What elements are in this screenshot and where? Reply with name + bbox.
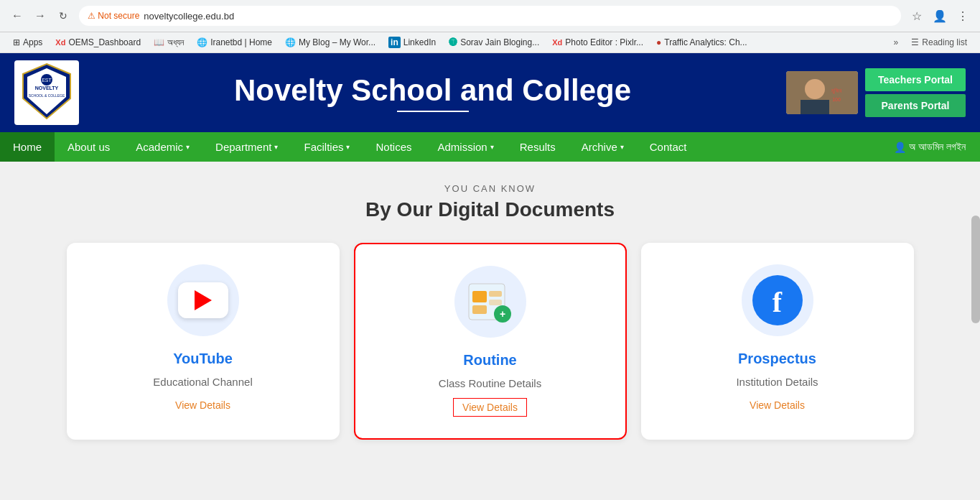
prospectus-card: f Prospectus Institution Details View De…	[641, 243, 914, 440]
admin-login-button[interactable]: 👤 অ আডমিন লগইন	[879, 134, 980, 160]
more-options-button[interactable]: ⋮	[953, 6, 973, 26]
facebook-f-letter: f	[773, 282, 782, 319]
main-navigation: Home About us Academic ▾ Department ▾ Fa…	[0, 132, 980, 162]
bookmark-adhyan[interactable]: 📖 অধ্যন	[148, 35, 190, 50]
facebook-icon: f	[752, 275, 803, 325]
svg-text:SCHOOL & COLLEGE: SCHOOL & COLLEGE	[29, 93, 65, 98]
nav-item-results[interactable]: Results	[507, 132, 569, 162]
routine-card-subtitle: Class Routine Details	[439, 377, 541, 389]
bookmark-label: Traffic Analytics: Ch...	[664, 37, 747, 47]
nav-item-home[interactable]: Home	[0, 132, 55, 162]
section-label: YOU CAN KNOW	[29, 183, 951, 194]
nav-item-academic[interactable]: Academic ▾	[123, 132, 202, 162]
reading-list-label: Reading list	[922, 37, 967, 47]
logo-area: NOVELTY SCHOOL & COLLEGE EST	[14, 60, 79, 125]
portal-buttons: Teachers Portal Parents Portal	[865, 68, 966, 117]
logo-svg: NOVELTY SCHOOL & COLLEGE EST	[22, 62, 72, 120]
title-underline	[397, 111, 469, 112]
nav-item-notices[interactable]: Notices	[363, 132, 424, 162]
bookmark-oems[interactable]: Xd OEMS_Dashboard	[50, 35, 146, 50]
page-content: NOVELTY SCHOOL & COLLEGE EST Novelty Sch…	[0, 53, 980, 461]
reading-list-icon: ☰	[911, 37, 919, 47]
nav-label-notices: Notices	[375, 141, 411, 153]
scroll-indicator[interactable]	[971, 216, 980, 323]
more-bookmarks-button[interactable]: »	[888, 35, 905, 50]
department-chevron-icon: ▾	[274, 143, 278, 151]
svg-text:EST: EST	[42, 78, 52, 83]
nav-item-facilties[interactable]: Facilties ▾	[291, 132, 363, 162]
nav-item-contact[interactable]: Contact	[637, 132, 700, 162]
svg-rect-14	[489, 291, 502, 297]
pixlr-icon: Xd	[552, 38, 562, 47]
svg-text:100: 100	[832, 97, 841, 102]
youtube-icon-circle	[167, 264, 239, 336]
academic-chevron-icon: ▾	[186, 143, 190, 151]
youtube-card-subtitle: Educational Channel	[153, 376, 252, 388]
youtube-card: YouTube Educational Channel View Details	[67, 243, 340, 440]
linkedin-icon: in	[388, 37, 401, 48]
forward-button[interactable]: →	[30, 6, 50, 26]
youtube-icon	[178, 282, 228, 318]
sorav-icon: 🅣	[449, 37, 457, 47]
nav-item-admission[interactable]: Admission ▾	[425, 132, 507, 162]
bookmark-label: অধ্যন	[167, 37, 184, 47]
myblog-icon: 🌐	[285, 37, 296, 47]
admin-label: অ আডমিন লগইন	[909, 141, 966, 153]
bookmark-label: My Blog – My Wor...	[299, 37, 375, 47]
teachers-portal-button[interactable]: Teachers Portal	[865, 68, 966, 91]
nav-label-academic: Academic	[136, 141, 183, 153]
routine-svg-icon: +	[465, 277, 515, 327]
bookmark-sorav[interactable]: 🅣 Sorav Jain Bloging...	[443, 35, 545, 50]
routine-icon-circle: +	[454, 266, 526, 338]
reload-button[interactable]: ↻	[53, 6, 73, 26]
reading-list-button[interactable]: ☰ Reading list	[905, 35, 973, 50]
youtube-card-title: YouTube	[173, 351, 233, 367]
address-bar[interactable]: ⚠ Not secure noveltycollege.edu.bd	[79, 6, 901, 26]
nav-item-archive[interactable]: Archive ▾	[569, 132, 637, 162]
adhyan-icon: 📖	[154, 37, 164, 47]
nav-label-home: Home	[13, 141, 42, 153]
svg-rect-13	[472, 305, 487, 314]
nav-item-department[interactable]: Department ▾	[202, 132, 291, 162]
site-title-container: Novelty School and College	[79, 73, 786, 112]
nav-item-about[interactable]: About us	[55, 132, 123, 162]
bookmark-myblog[interactable]: 🌐 My Blog – My Wor...	[279, 35, 381, 50]
nav-label-admission: Admission	[438, 141, 487, 153]
parents-portal-button[interactable]: Parents Portal	[865, 94, 966, 117]
bookmark-star-button[interactable]: ☆	[907, 6, 927, 26]
svg-rect-8	[801, 100, 829, 114]
admission-chevron-icon: ▾	[490, 143, 494, 151]
apps-icon: ⊞	[13, 37, 20, 47]
browser-actions: ☆ 👤 ⋮	[907, 6, 973, 26]
nav-label-about: About us	[67, 141, 110, 153]
back-button[interactable]: ←	[7, 6, 27, 26]
youtube-view-details-link[interactable]: View Details	[167, 397, 239, 414]
bookmark-label: Photo Editor : Pixlr...	[565, 37, 643, 47]
bookmark-traffic[interactable]: ● Traffic Analytics: Ch...	[650, 35, 753, 50]
bookmark-iranetbd[interactable]: 🌐 Iranetbd | Home	[191, 35, 278, 50]
routine-view-details-link[interactable]: View Details	[453, 398, 527, 417]
nav-buttons: ← → ↻	[7, 6, 73, 26]
header-right: মুজিব 100 Teachers Portal Parents Portal	[786, 68, 966, 117]
bookmark-linkedin[interactable]: in LinkedIn	[383, 34, 442, 50]
facilties-chevron-icon: ▾	[346, 143, 350, 151]
site-header: NOVELTY SCHOOL & COLLEGE EST Novelty Sch…	[0, 53, 980, 132]
traffic-icon: ●	[656, 37, 661, 47]
nav-label-facilties: Facilties	[304, 141, 343, 153]
prospectus-view-details-link[interactable]: View Details	[741, 397, 813, 414]
site-title: Novelty School and College	[79, 73, 786, 108]
bookmarks-bar: ⊞ Apps Xd OEMS_Dashboard 📖 অধ্যন 🌐 Irane…	[0, 32, 980, 53]
portrait-svg: মুজিব 100	[786, 71, 858, 114]
routine-card-title: Routine	[463, 352, 516, 369]
profile-button[interactable]: 👤	[930, 6, 950, 26]
section-title: By Our Digital Documents	[29, 198, 951, 221]
bookmark-pixlr[interactable]: Xd Photo Editor : Pixlr...	[546, 35, 649, 50]
svg-text:মুজিব: মুজিব	[831, 88, 842, 94]
logo-box: NOVELTY SCHOOL & COLLEGE EST	[14, 60, 79, 125]
nav-label-archive: Archive	[582, 141, 617, 153]
bookmark-label: Iranetbd | Home	[210, 37, 272, 47]
routine-card: + Routine Class Routine Details View Det…	[354, 243, 627, 440]
cards-grid: YouTube Educational Channel View Details	[29, 243, 951, 440]
header-portrait: মুজিব 100	[786, 71, 858, 114]
bookmark-apps[interactable]: ⊞ Apps	[7, 35, 48, 50]
